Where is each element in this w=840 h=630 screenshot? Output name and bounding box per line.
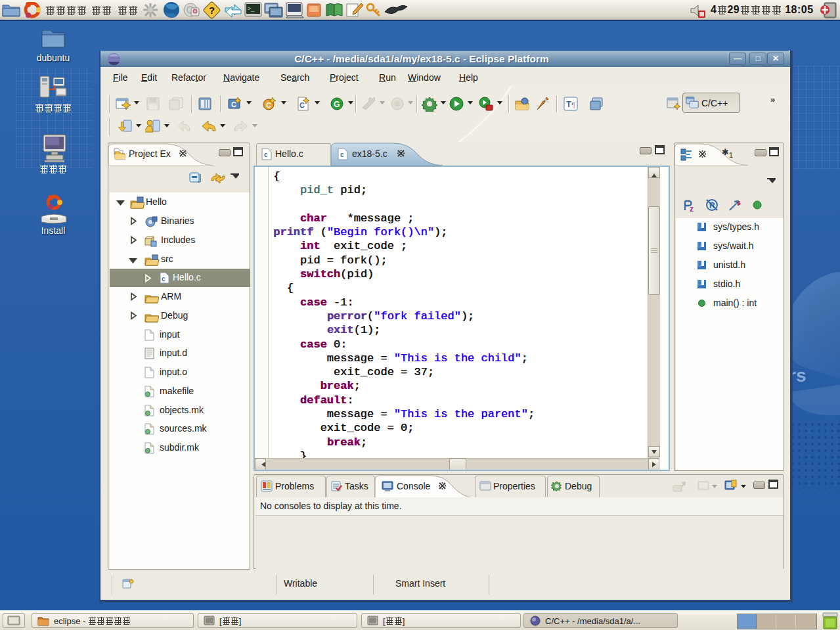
svg-text:s: s [737, 198, 741, 206]
svg-text:c: c [264, 151, 268, 158]
svg-text:?: ? [209, 5, 215, 16]
svg-text:¶: ¶ [571, 101, 575, 109]
svg-text:>_: >_ [248, 5, 255, 12]
svg-text:c: c [340, 151, 344, 158]
svg-text:C: C [266, 101, 271, 109]
svg-text:C: C [231, 101, 236, 108]
svg-text:C: C [299, 101, 305, 109]
svg-text:z: z [690, 204, 694, 213]
svg-text:G: G [334, 100, 340, 109]
svg-text:T: T [566, 99, 571, 109]
